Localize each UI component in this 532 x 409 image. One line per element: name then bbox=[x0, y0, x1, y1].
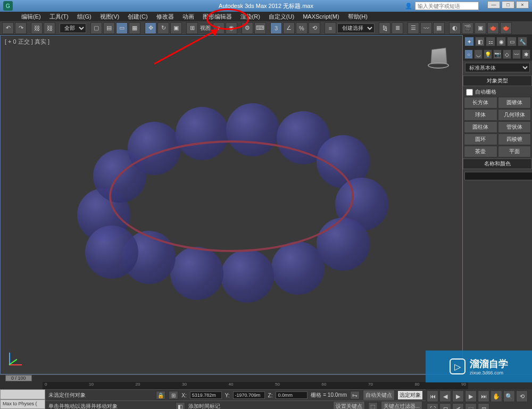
modify-tab[interactable]: ◧ bbox=[475, 37, 485, 46]
menu-graph-editors[interactable]: 图形编辑器 bbox=[198, 12, 236, 22]
create-tab[interactable]: ✦ bbox=[464, 37, 474, 46]
curve-editor-button[interactable]: 〰 bbox=[420, 22, 432, 34]
maxscript-output[interactable] bbox=[0, 389, 45, 399]
primitive-type-dropdown[interactable]: 标准基本体 bbox=[465, 63, 530, 72]
key-icon[interactable]: 🗝 bbox=[350, 391, 360, 399]
pan-button[interactable]: ✋ bbox=[491, 390, 502, 402]
max-viewport-button[interactable]: ⛶ bbox=[427, 403, 438, 409]
lock-selection-button[interactable]: 🔒 bbox=[156, 391, 165, 399]
goto-start-button[interactable]: ⏮ bbox=[427, 390, 438, 402]
menu-tools[interactable]: 工具(T) bbox=[45, 12, 73, 22]
ring-object[interactable] bbox=[109, 140, 354, 252]
goto-end-button[interactable]: ⏭ bbox=[478, 390, 489, 402]
tube-button[interactable]: 管状体 bbox=[498, 121, 531, 133]
add-time-tag[interactable]: 添加时间标记 bbox=[188, 403, 220, 409]
percent-snap-button[interactable]: % bbox=[296, 22, 307, 34]
select-region-button[interactable]: ▭ bbox=[116, 22, 128, 34]
menu-edit[interactable]: 编辑(E) bbox=[17, 12, 45, 22]
time-slider-handle[interactable]: 0 / 100 bbox=[5, 375, 32, 381]
teapot-button[interactable]: 茶壶 bbox=[464, 146, 497, 157]
time-tag-icon[interactable]: ◧ bbox=[176, 402, 185, 409]
menu-create[interactable]: 创建(C) bbox=[123, 12, 152, 22]
manipulate-button[interactable]: ⚙ bbox=[242, 22, 253, 34]
select-move-button[interactable]: ✥ bbox=[145, 22, 156, 34]
cameras-subtab[interactable]: 📷 bbox=[493, 49, 502, 59]
key-filters-button[interactable]: 关键点过滤器... bbox=[381, 401, 422, 409]
menu-help[interactable]: 帮助(H) bbox=[344, 12, 372, 22]
box-button[interactable]: 长方体 bbox=[464, 97, 497, 108]
snap-toggle-button[interactable]: 3 bbox=[270, 22, 282, 34]
search-input[interactable] bbox=[415, 2, 479, 10]
torus-button[interactable]: 圆环 bbox=[464, 133, 497, 145]
render-production-button[interactable]: 🫖 bbox=[500, 22, 512, 34]
shapes-subtab[interactable]: ◡ bbox=[474, 49, 483, 59]
spinner-snap-button[interactable]: ⟲ bbox=[309, 22, 320, 34]
selected-dropdown[interactable]: 选定对象 bbox=[398, 391, 422, 399]
pyramid-button[interactable]: 四棱锥 bbox=[498, 133, 531, 145]
coord-dropdown-button[interactable]: ▾ bbox=[213, 22, 225, 34]
cylinder-button[interactable]: 圆柱体 bbox=[464, 121, 497, 133]
ref-coord-button[interactable]: ⊞ bbox=[186, 22, 198, 34]
select-rotate-button[interactable]: ↻ bbox=[157, 22, 169, 34]
redo-button[interactable]: ↷ bbox=[15, 22, 27, 34]
prev-frame-button[interactable]: ◀ bbox=[439, 390, 451, 402]
maximize-button[interactable]: □ bbox=[502, 1, 514, 9]
schematic-view-button[interactable]: ▦ bbox=[433, 22, 445, 34]
helpers-subtab[interactable]: ◇ bbox=[503, 49, 511, 59]
motion-tab[interactable]: ◉ bbox=[496, 37, 506, 46]
plane-button[interactable]: 平面 bbox=[498, 146, 531, 157]
viewport-label[interactable]: [ + 0 正交 ] 真实 ] bbox=[5, 38, 49, 46]
render-frame-button[interactable]: ▣ bbox=[475, 22, 486, 34]
mirror-button[interactable]: ⧎ bbox=[379, 22, 390, 34]
menu-modifiers[interactable]: 修改器 bbox=[152, 12, 178, 22]
menu-rendering[interactable]: 渲染(R) bbox=[236, 12, 264, 22]
autogrid-checkbox[interactable] bbox=[466, 89, 473, 96]
select-by-name-button[interactable]: ▤ bbox=[103, 22, 115, 34]
fov-button[interactable]: ∢ bbox=[452, 403, 464, 409]
key-mode-icon[interactable]: ⬚ bbox=[368, 402, 378, 409]
zoom-extents-button[interactable]: ⊡ bbox=[439, 403, 451, 409]
cone-button[interactable]: 圆锥体 bbox=[498, 97, 531, 108]
menu-maxscript[interactable]: MAXScript(M) bbox=[298, 12, 343, 21]
geosphere-button[interactable]: 几何球体 bbox=[498, 109, 531, 121]
select-scale-button[interactable]: ▣ bbox=[170, 22, 182, 34]
viewcube[interactable] bbox=[425, 45, 452, 72]
undo-button[interactable]: ↶ bbox=[2, 22, 14, 34]
z-coord-input[interactable] bbox=[276, 391, 307, 399]
viewport-nav-button[interactable]: ⊞ bbox=[478, 403, 489, 409]
bead[interactable] bbox=[271, 241, 325, 295]
people-icon[interactable]: 👤 bbox=[403, 3, 414, 10]
use-pivot-button[interactable]: ◉ bbox=[226, 22, 237, 34]
viewcube-ring[interactable] bbox=[428, 62, 449, 69]
hierarchy-tab[interactable]: ⚏ bbox=[486, 37, 495, 46]
viewcube-cube[interactable] bbox=[430, 48, 447, 64]
auto-key-button[interactable]: 自动关键点 bbox=[363, 390, 395, 400]
menu-views[interactable]: 视图(V) bbox=[96, 12, 124, 22]
set-key-button[interactable]: 设置关键点 bbox=[333, 401, 365, 409]
edit-named-selection-button[interactable]: ≡ bbox=[325, 22, 336, 34]
x-coord-input[interactable] bbox=[190, 391, 222, 399]
bead[interactable] bbox=[170, 247, 223, 300]
time-slider[interactable]: 0 / 100 bbox=[5, 375, 32, 381]
spacewarps-subtab[interactable]: 〰 bbox=[512, 49, 521, 59]
zoom-region-button[interactable]: ⬚ bbox=[465, 403, 477, 409]
bead[interactable] bbox=[85, 226, 138, 279]
maxscript-input[interactable]: Max to Physes ( bbox=[0, 399, 45, 410]
render-setup-button[interactable]: 🎬 bbox=[462, 22, 473, 34]
render-button[interactable]: 🫖 bbox=[487, 22, 499, 34]
isolate-button[interactable]: ⊞ bbox=[169, 391, 178, 399]
window-crossing-button[interactable]: ▦ bbox=[129, 22, 140, 34]
y-coord-input[interactable] bbox=[233, 391, 265, 399]
orbit-button[interactable]: ⟲ bbox=[516, 390, 528, 402]
layers-button[interactable]: ☰ bbox=[408, 22, 419, 34]
lights-subtab[interactable]: 💡 bbox=[484, 49, 492, 59]
utilities-tab[interactable]: 🔧 bbox=[518, 37, 527, 46]
menu-group[interactable]: 组(G) bbox=[73, 12, 96, 22]
zoom-button[interactable]: 🔍 bbox=[503, 390, 515, 402]
next-frame-button[interactable]: ▶ bbox=[465, 390, 477, 402]
display-tab[interactable]: ▭ bbox=[507, 37, 517, 46]
link-button[interactable]: ⛓ bbox=[31, 22, 43, 34]
named-selection-dropdown[interactable]: 创建选择集 bbox=[337, 23, 375, 33]
keyboard-shortcut-button[interactable]: ⌨ bbox=[254, 22, 266, 34]
play-button[interactable]: ▶ bbox=[452, 390, 464, 402]
